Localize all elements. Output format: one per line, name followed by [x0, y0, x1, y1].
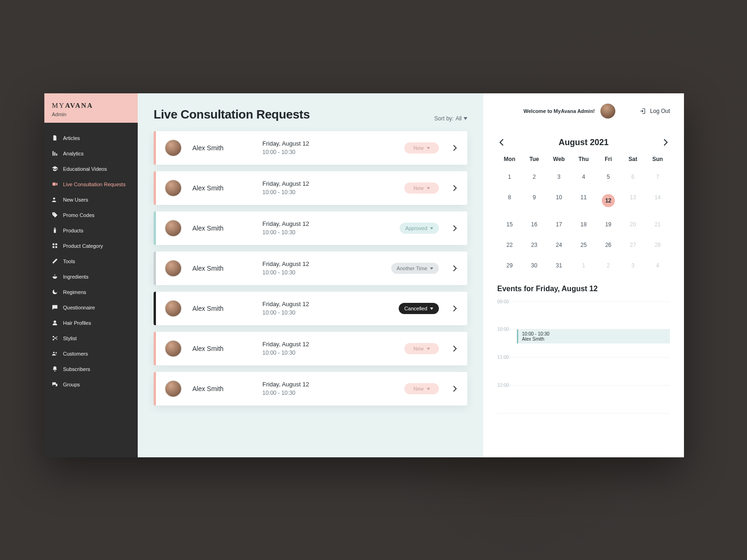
status-dropdown[interactable]: New	[404, 142, 439, 154]
calendar-day[interactable]: 26	[596, 239, 620, 251]
calendar-day[interactable]: 17	[547, 218, 571, 231]
calendar-dow: Thu	[571, 156, 596, 162]
sort-label: Sort by:	[434, 115, 453, 122]
calendar-day[interactable]: 8	[497, 191, 522, 210]
status-dropdown[interactable]: Another Time	[391, 263, 439, 274]
calendar-day[interactable]: 24	[547, 239, 571, 251]
sidebar-item-groups[interactable]: Groups	[44, 377, 138, 392]
sidebar-item-analytics[interactable]: Analytics	[44, 146, 138, 161]
sidebar-item-regimens[interactable]: Regimens	[44, 284, 138, 300]
sidebar-item-label: Groups	[63, 382, 80, 387]
logo-thin: MY	[52, 102, 65, 109]
avatar	[164, 139, 182, 157]
calendar-day[interactable]: 11	[571, 191, 596, 210]
calendar-day[interactable]: 5	[596, 171, 620, 183]
calendar-day[interactable]: 19	[596, 218, 620, 231]
sidebar-item-live-consultation-requests[interactable]: Live Consultation Requests	[44, 176, 138, 192]
calendar-day[interactable]: 6	[620, 171, 645, 183]
timeline-hour: 11:00	[497, 357, 670, 385]
status-dropdown[interactable]: Approved	[400, 223, 439, 234]
calendar-day[interactable]: 25	[571, 239, 596, 251]
caret-down-icon	[427, 388, 430, 390]
request-time: 10:00 - 10:30	[262, 189, 404, 196]
calendar-day[interactable]: 16	[522, 218, 547, 231]
sidebar-item-promo-codes[interactable]: Promo Codes	[44, 207, 138, 223]
sidebar-item-ingredients[interactable]: Ingredients	[44, 269, 138, 284]
calendar-event[interactable]: 10:00 - 10:30Alex Smith	[517, 329, 670, 343]
avatar[interactable]	[600, 104, 615, 119]
caret-down-icon	[430, 227, 433, 230]
calendar-day[interactable]: 1	[497, 171, 522, 183]
calendar-day[interactable]: 20	[620, 218, 645, 231]
sidebar-item-questionnaire[interactable]: Questionnaire	[44, 300, 138, 315]
calendar-month: August 2021	[558, 138, 608, 147]
calendar-prev[interactable]	[497, 137, 506, 147]
request-card[interactable]: Alex SmithFriday, August 1210:00 - 10:30…	[154, 171, 467, 205]
calendar-day[interactable]: 2	[596, 259, 620, 272]
calendar-day[interactable]: 22	[497, 239, 522, 251]
calendar-day[interactable]: 23	[522, 239, 547, 251]
calendar-day[interactable]: 3	[547, 171, 571, 183]
caret-down-icon	[427, 187, 430, 189]
sidebar-item-educational-videos[interactable]: Educational Videos	[44, 161, 138, 176]
calendar-day[interactable]: 1	[571, 259, 596, 272]
sidebar-item-customers[interactable]: Customers	[44, 346, 138, 361]
calendar-day[interactable]: 27	[620, 239, 645, 251]
logout-label: Log Out	[650, 108, 670, 114]
sidebar-item-product-category[interactable]: Product Category	[44, 238, 138, 253]
request-card[interactable]: Alex SmithFriday, August 1210:00 - 10:30…	[154, 372, 467, 406]
avatar	[164, 300, 182, 317]
request-name: Alex Smith	[192, 184, 262, 192]
request-name: Alex Smith	[192, 345, 262, 352]
calendar-day[interactable]: 4	[571, 171, 596, 183]
ruler-icon	[51, 258, 58, 264]
sidebar-item-stylist[interactable]: Stylist	[44, 330, 138, 346]
calendar-day[interactable]: 4	[645, 259, 670, 272]
sidebar-item-label: Products	[63, 228, 83, 233]
request-card[interactable]: Alex SmithFriday, August 1210:00 - 10:30…	[154, 252, 467, 285]
status-label: Approved	[405, 225, 427, 231]
sidebar-item-hair-profiles[interactable]: Hair Profiles	[44, 315, 138, 330]
calendar-day[interactable]: 28	[645, 239, 670, 251]
calendar-next[interactable]	[662, 137, 670, 147]
status-dropdown[interactable]: New	[404, 383, 439, 394]
status-dropdown[interactable]: New	[404, 182, 439, 194]
sidebar-item-products[interactable]: Products	[44, 223, 138, 238]
calendar-day[interactable]: 15	[497, 218, 522, 231]
calendar-day[interactable]: 30	[522, 259, 547, 272]
calendar-day[interactable]: 14	[645, 191, 670, 210]
calendar-day[interactable]: 9	[522, 191, 547, 210]
request-date: Friday, August 12	[262, 220, 400, 229]
events-title: Events for Friday, August 12	[497, 285, 670, 293]
sidebar-item-label: Live Consultation Requests	[63, 182, 126, 187]
sidebar-item-articles[interactable]: Articles	[44, 130, 138, 146]
calendar-day[interactable]: 3	[620, 259, 645, 272]
sidebar-item-label: Regimens	[63, 289, 86, 295]
status-dropdown[interactable]: New	[404, 343, 439, 354]
sort-dropdown[interactable]: Sort by: All	[434, 115, 467, 122]
request-card[interactable]: Alex SmithFriday, August 1210:00 - 10:30…	[154, 131, 467, 165]
calendar-day[interactable]: 18	[571, 218, 596, 231]
logout-button[interactable]: Log Out	[640, 108, 670, 114]
sidebar: MYAVANA Admin ArticlesAnalyticsEducation…	[44, 93, 138, 457]
calendar-day[interactable]: 7	[645, 171, 670, 183]
calendar-day[interactable]: 10	[547, 191, 571, 210]
calendar-day[interactable]: 31	[547, 259, 571, 272]
calendar-day[interactable]: 12	[596, 191, 620, 210]
calendar-grid: MonTueWebThuFriSatSun1234567891011121314…	[497, 156, 670, 272]
sidebar-item-tools[interactable]: Tools	[44, 253, 138, 269]
request-card[interactable]: Alex SmithFriday, August 1210:00 - 10:30…	[154, 211, 467, 245]
calendar-day[interactable]: 13	[620, 191, 645, 210]
request-date: Friday, August 12	[262, 140, 404, 148]
calendar-day[interactable]: 29	[497, 259, 522, 272]
calendar-day[interactable]: 2	[522, 171, 547, 183]
request-datetime: Friday, August 1210:00 - 10:30	[262, 260, 391, 277]
status-dropdown[interactable]: Cancelled	[399, 303, 439, 314]
sidebar-item-subscribers[interactable]: Subscribers	[44, 361, 138, 377]
calendar-day[interactable]: 21	[645, 218, 670, 231]
request-card[interactable]: Alex SmithFriday, August 1210:00 - 10:30…	[154, 292, 467, 325]
request-card[interactable]: Alex SmithFriday, August 1210:00 - 10:30…	[154, 332, 467, 365]
sidebar-item-new-users[interactable]: New Users	[44, 192, 138, 207]
sidebar-item-label: Customers	[63, 351, 88, 357]
calendar-dow: Mon	[497, 156, 522, 162]
